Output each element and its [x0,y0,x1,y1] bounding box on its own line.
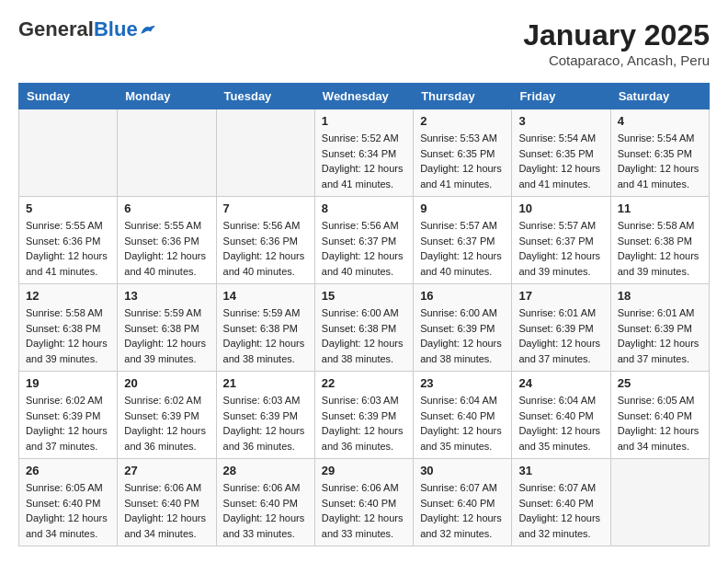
day-number: 26 [26,464,110,477]
day-info: Sunrise: 5:58 AM Sunset: 6:38 PM Dayligh… [618,218,702,279]
day-info: Sunrise: 5:59 AM Sunset: 6:38 PM Dayligh… [223,305,308,366]
day-number: 23 [420,376,505,390]
day-info: Sunrise: 5:57 AM Sunset: 6:37 PM Dayligh… [518,218,603,279]
day-info: Sunrise: 5:53 AM Sunset: 6:35 PM Dayligh… [420,131,505,191]
calendar-cell: 24Sunrise: 6:04 AM Sunset: 6:40 PM Dayli… [512,372,610,459]
day-number: 22 [322,376,406,390]
day-number: 13 [124,289,209,303]
calendar-cell: 12Sunrise: 5:58 AM Sunset: 6:38 PM Dayli… [19,284,118,372]
day-number: 19 [26,376,110,390]
calendar-week-row: 19Sunrise: 6:02 AM Sunset: 6:39 PM Dayli… [19,372,710,459]
day-number: 11 [618,201,702,215]
day-info: Sunrise: 5:59 AM Sunset: 6:38 PM Dayligh… [124,305,209,366]
day-info: Sunrise: 5:58 AM Sunset: 6:38 PM Dayligh… [26,305,110,366]
day-info: Sunrise: 6:07 AM Sunset: 6:40 PM Dayligh… [420,480,505,541]
calendar-week-row: 26Sunrise: 6:05 AM Sunset: 6:40 PM Dayli… [19,459,710,546]
day-number: 2 [420,114,505,128]
calendar-cell: 22Sunrise: 6:03 AM Sunset: 6:39 PM Dayli… [314,372,413,459]
location-subtitle: Cotaparaco, Ancash, Peru [523,52,710,68]
calendar-cell: 28Sunrise: 6:06 AM Sunset: 6:40 PM Dayli… [216,459,314,546]
calendar-cell: 4Sunrise: 5:54 AM Sunset: 6:35 PM Daylig… [610,109,709,197]
day-info: Sunrise: 5:57 AM Sunset: 6:37 PM Dayligh… [420,218,505,279]
calendar-cell [216,109,314,197]
day-info: Sunrise: 6:02 AM Sunset: 6:39 PM Dayligh… [124,393,209,454]
calendar-cell: 8Sunrise: 5:56 AM Sunset: 6:37 PM Daylig… [314,197,413,284]
calendar-table: SundayMondayTuesdayWednesdayThursdayFrid… [18,83,710,546]
logo-blue-text: Blue [94,17,138,40]
day-info: Sunrise: 6:03 AM Sunset: 6:39 PM Dayligh… [223,393,308,454]
day-info: Sunrise: 5:54 AM Sunset: 6:35 PM Dayligh… [518,131,603,191]
calendar-cell: 30Sunrise: 6:07 AM Sunset: 6:40 PM Dayli… [414,459,512,546]
calendar-cell: 14Sunrise: 5:59 AM Sunset: 6:38 PM Dayli… [216,284,314,372]
day-number: 24 [518,376,603,390]
day-number: 30 [420,464,505,477]
calendar-cell: 13Sunrise: 5:59 AM Sunset: 6:38 PM Dayli… [118,284,216,372]
day-number: 15 [322,289,406,303]
calendar-cell: 3Sunrise: 5:54 AM Sunset: 6:35 PM Daylig… [512,109,610,197]
day-info: Sunrise: 6:01 AM Sunset: 6:39 PM Dayligh… [618,305,702,366]
day-info: Sunrise: 6:06 AM Sunset: 6:40 PM Dayligh… [322,480,406,541]
logo-general-text: General [18,17,94,40]
weekday-header-monday: Monday [118,84,216,109]
calendar-cell: 27Sunrise: 6:06 AM Sunset: 6:40 PM Dayli… [118,459,216,546]
weekday-header-saturday: Saturday [610,84,709,109]
day-info: Sunrise: 6:05 AM Sunset: 6:40 PM Dayligh… [618,393,702,454]
calendar-cell: 15Sunrise: 6:00 AM Sunset: 6:38 PM Dayli… [314,284,413,372]
calendar-cell [118,109,216,197]
day-info: Sunrise: 5:54 AM Sunset: 6:35 PM Dayligh… [618,131,702,191]
calendar-cell [610,459,709,546]
day-info: Sunrise: 6:06 AM Sunset: 6:40 PM Dayligh… [124,480,209,541]
calendar-cell [19,109,118,197]
day-number: 7 [223,201,308,215]
weekday-header-friday: Friday [512,84,610,109]
weekday-header-wednesday: Wednesday [314,84,413,109]
day-info: Sunrise: 6:01 AM Sunset: 6:39 PM Dayligh… [518,305,603,366]
calendar-cell: 2Sunrise: 5:53 AM Sunset: 6:35 PM Daylig… [414,109,512,197]
month-year-title: January 2025 [523,18,710,52]
day-info: Sunrise: 5:52 AM Sunset: 6:34 PM Dayligh… [322,131,406,191]
day-info: Sunrise: 6:04 AM Sunset: 6:40 PM Dayligh… [420,393,505,454]
calendar-cell: 10Sunrise: 5:57 AM Sunset: 6:37 PM Dayli… [512,197,610,284]
day-info: Sunrise: 6:00 AM Sunset: 6:38 PM Dayligh… [322,305,406,366]
day-number: 14 [223,289,308,303]
day-info: Sunrise: 6:06 AM Sunset: 6:40 PM Dayligh… [223,480,308,541]
day-number: 1 [322,114,406,128]
calendar-week-row: 1Sunrise: 5:52 AM Sunset: 6:34 PM Daylig… [19,109,710,197]
day-number: 4 [618,114,702,128]
day-info: Sunrise: 6:07 AM Sunset: 6:40 PM Dayligh… [518,480,603,541]
calendar-cell: 1Sunrise: 5:52 AM Sunset: 6:34 PM Daylig… [314,109,413,197]
day-info: Sunrise: 5:55 AM Sunset: 6:36 PM Dayligh… [26,218,110,279]
day-number: 29 [322,464,406,477]
day-info: Sunrise: 6:04 AM Sunset: 6:40 PM Dayligh… [518,393,603,454]
day-number: 25 [618,376,702,390]
day-number: 27 [124,464,209,477]
title-block: January 2025 Cotaparaco, Ancash, Peru [523,18,710,68]
day-number: 17 [518,289,603,303]
day-number: 12 [26,289,110,303]
calendar-cell: 11Sunrise: 5:58 AM Sunset: 6:38 PM Dayli… [610,197,709,284]
day-number: 6 [124,201,209,215]
weekday-header-thursday: Thursday [414,84,512,109]
day-number: 3 [518,114,603,128]
calendar-cell: 23Sunrise: 6:04 AM Sunset: 6:40 PM Dayli… [414,372,512,459]
day-number: 10 [518,201,603,215]
logo: GeneralBlue [18,18,156,40]
day-info: Sunrise: 5:55 AM Sunset: 6:36 PM Dayligh… [124,218,209,279]
day-number: 5 [26,201,110,215]
page-header: GeneralBlue January 2025 Cotaparaco, Anc… [18,18,710,68]
day-number: 18 [618,289,702,303]
calendar-cell: 7Sunrise: 5:56 AM Sunset: 6:36 PM Daylig… [216,197,314,284]
day-number: 16 [420,289,505,303]
calendar-cell: 18Sunrise: 6:01 AM Sunset: 6:39 PM Dayli… [610,284,709,372]
day-number: 28 [223,464,308,477]
day-info: Sunrise: 6:02 AM Sunset: 6:39 PM Dayligh… [26,393,110,454]
calendar-cell: 21Sunrise: 6:03 AM Sunset: 6:39 PM Dayli… [216,372,314,459]
calendar-week-row: 5Sunrise: 5:55 AM Sunset: 6:36 PM Daylig… [19,197,710,284]
calendar-cell: 5Sunrise: 5:55 AM Sunset: 6:36 PM Daylig… [19,197,118,284]
calendar-cell: 25Sunrise: 6:05 AM Sunset: 6:40 PM Dayli… [610,372,709,459]
calendar-cell: 29Sunrise: 6:06 AM Sunset: 6:40 PM Dayli… [314,459,413,546]
day-number: 9 [420,201,505,215]
day-number: 8 [322,201,406,215]
day-number: 31 [518,464,603,477]
day-info: Sunrise: 6:03 AM Sunset: 6:39 PM Dayligh… [322,393,406,454]
